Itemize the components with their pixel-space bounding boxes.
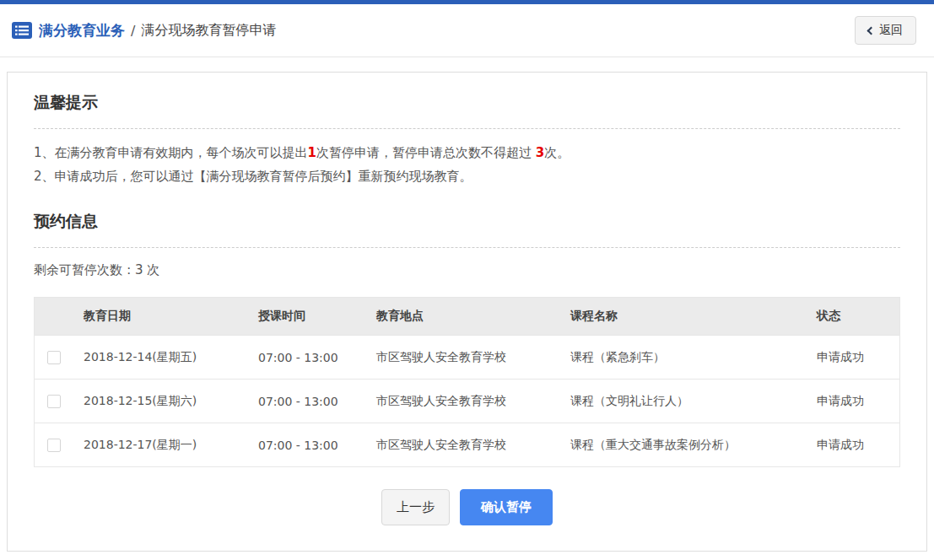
breadcrumb-parent-link[interactable]: 满分教育业务 bbox=[39, 21, 125, 40]
back-button-label: 返回 bbox=[879, 23, 903, 38]
header-cell-location: 教育地点 bbox=[364, 309, 559, 324]
tip-line-1: 1、在满分教育申请有效期内，每个场次可以提出1次暂停申请，暂停申请总次数不得超过… bbox=[34, 141, 900, 164]
cell-time: 07:00 - 13:00 bbox=[246, 395, 364, 408]
tips-list: 1、在满分教育申请有效期内，每个场次可以提出1次暂停申请，暂停申请总次数不得超过… bbox=[34, 141, 900, 188]
row-checkbox[interactable] bbox=[47, 351, 61, 364]
tip-line-1-highlight-1: 1 bbox=[308, 145, 316, 160]
tip-line-1-text: 1、在满分教育申请有效期内，每个场次可以提出 bbox=[34, 145, 308, 160]
table-row: 2018-12-14(星期五) 07:00 - 13:00 市区驾驶人安全教育学… bbox=[35, 335, 899, 379]
table-row: 2018-12-17(星期一) 07:00 - 13:00 市区驾驶人安全教育学… bbox=[35, 423, 899, 466]
row-checkbox[interactable] bbox=[47, 439, 61, 452]
cell-status: 申请成功 bbox=[805, 350, 899, 365]
cell-date: 2018-12-14(星期五) bbox=[72, 350, 246, 365]
tip-line-1-text-end: 次。 bbox=[544, 145, 570, 160]
page-header: 满分教育业务 / 满分现场教育暂停申请 返回 bbox=[0, 4, 934, 57]
cell-date: 2018-12-15(星期六) bbox=[72, 394, 246, 409]
header-cell-time: 授课时间 bbox=[246, 309, 364, 324]
cell-status: 申请成功 bbox=[805, 394, 899, 409]
breadcrumb-separator: / bbox=[131, 23, 135, 39]
action-buttons: 上一步 确认暂停 bbox=[34, 489, 900, 525]
cell-date: 2018-12-17(星期一) bbox=[72, 438, 246, 453]
cell-course: 课程（重大交通事故案例分析） bbox=[559, 438, 805, 453]
cell-status: 申请成功 bbox=[805, 438, 899, 453]
list-icon bbox=[12, 22, 32, 39]
tip-line-1-text-mid: 次暂停申请，暂停申请总次数不得超过 bbox=[316, 145, 536, 160]
cell-course: 课程（紧急刹车） bbox=[559, 350, 805, 365]
cell-location: 市区驾驶人安全教育学校 bbox=[364, 394, 559, 409]
header-cell-date: 教育日期 bbox=[72, 309, 246, 324]
content-card: 温馨提示 1、在满分教育申请有效期内，每个场次可以提出1次暂停申请，暂停申请总次… bbox=[7, 72, 927, 552]
header-cell-status: 状态 bbox=[805, 309, 899, 324]
booking-table: 教育日期 授课时间 教育地点 课程名称 状态 2018-12-14(星期五) 0… bbox=[34, 297, 900, 467]
breadcrumb-current: 满分现场教育暂停申请 bbox=[141, 22, 276, 40]
remaining-pause-count: 剩余可暂停次数：3 次 bbox=[34, 262, 900, 278]
cell-course: 课程（文明礼让行人） bbox=[559, 394, 805, 409]
confirm-pause-button[interactable]: 确认暂停 bbox=[460, 489, 553, 525]
back-button[interactable]: 返回 bbox=[855, 16, 916, 45]
table-header-row: 教育日期 授课时间 教育地点 课程名称 状态 bbox=[35, 297, 899, 335]
tip-line-2: 2、申请成功后，您可以通过【满分现场教育暂停后预约】重新预约现场教育。 bbox=[34, 164, 900, 188]
cell-location: 市区驾驶人安全教育学校 bbox=[364, 438, 559, 453]
table-row: 2018-12-15(星期六) 07:00 - 13:00 市区驾驶人安全教育学… bbox=[35, 379, 899, 423]
tip-line-1-highlight-2: 3 bbox=[536, 145, 544, 160]
chevron-left-icon bbox=[867, 27, 876, 35]
header-cell-course: 课程名称 bbox=[559, 309, 805, 324]
tips-section-title: 温馨提示 bbox=[34, 73, 900, 129]
cell-time: 07:00 - 13:00 bbox=[246, 439, 364, 452]
previous-step-button[interactable]: 上一步 bbox=[381, 489, 450, 525]
cell-time: 07:00 - 13:00 bbox=[246, 351, 364, 364]
booking-section-title: 预约信息 bbox=[34, 188, 900, 248]
row-checkbox[interactable] bbox=[47, 395, 61, 408]
cell-location: 市区驾驶人安全教育学校 bbox=[364, 350, 559, 365]
